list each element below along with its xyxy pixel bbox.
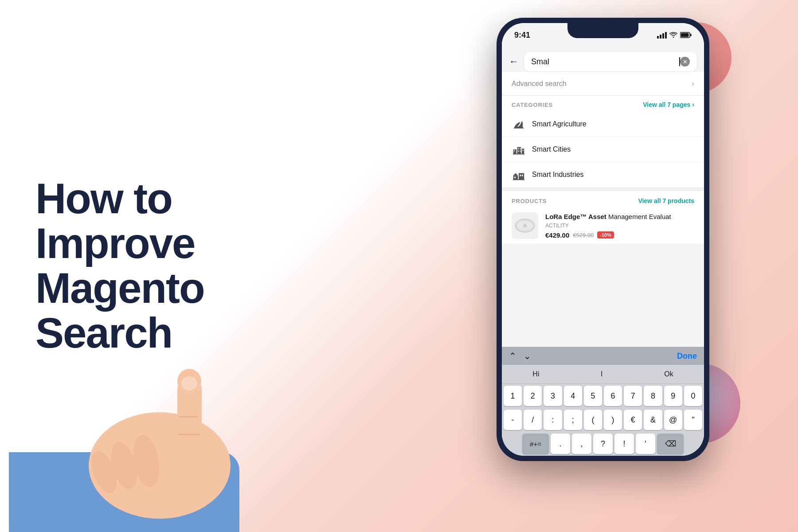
key-3[interactable]: 3 <box>544 386 562 406</box>
key-semicolon[interactable]: ; <box>564 410 582 430</box>
key-colon[interactable]: : <box>544 410 562 430</box>
key-period[interactable]: . <box>551 434 570 454</box>
svg-point-35 <box>523 224 527 227</box>
svg-rect-24 <box>520 151 521 152</box>
categories-label: CATEGORIES <box>512 102 553 108</box>
keyboard-toolbar: ⌃ ⌄ Done <box>502 347 704 365</box>
category-item-agriculture[interactable]: Smart Agriculture <box>502 112 704 137</box>
svg-rect-17 <box>513 149 516 154</box>
advanced-search-row[interactable]: Advanced search › <box>502 72 704 96</box>
product-name: LoRa Edge™ Asset Management Evaluat <box>545 212 694 221</box>
key-amp[interactable]: & <box>644 410 662 430</box>
svg-rect-22 <box>520 148 521 149</box>
svg-rect-16 <box>514 128 524 129</box>
key-comma[interactable]: , <box>572 434 591 454</box>
key-4[interactable]: 4 <box>564 386 582 406</box>
category-name-cities: Smart Cities <box>532 145 571 153</box>
svg-rect-23 <box>518 151 519 152</box>
product-item[interactable]: LoRa Edge™ Asset Management Evaluat ACTI… <box>502 208 704 243</box>
key-0[interactable]: 0 <box>684 386 702 406</box>
svg-rect-29 <box>514 176 516 178</box>
key-9[interactable]: 9 <box>664 386 682 406</box>
keyboard-nav-down[interactable]: ⌄ <box>524 351 531 361</box>
category-item-cities[interactable]: Smart Cities <box>502 137 704 162</box>
svg-rect-28 <box>519 173 524 180</box>
status-icons <box>657 32 692 39</box>
phone-screen: 9:41 <box>502 23 704 456</box>
status-time: 9:41 <box>514 31 530 40</box>
autocorrect-row: Hi I Ok <box>502 365 704 384</box>
svg-rect-30 <box>520 175 521 176</box>
svg-rect-31 <box>522 175 523 176</box>
key-exclaim[interactable]: ! <box>614 434 634 454</box>
keyboard-done-button[interactable]: Done <box>677 352 697 361</box>
back-button[interactable]: ← <box>509 56 519 67</box>
product-info: LoRa Edge™ Asset Management Evaluat ACTI… <box>545 212 694 239</box>
category-name-industries: Smart Industries <box>532 171 583 179</box>
keyboard-nav-up[interactable]: ⌃ <box>509 351 516 361</box>
product-thumbnail <box>514 217 536 235</box>
key-apostrophe[interactable]: ' <box>636 434 655 454</box>
industries-icon <box>512 168 526 182</box>
chevron-right-icon: › <box>692 79 694 88</box>
symbol-row-2: #+= . , ? ! ' ⌫ <box>502 432 704 454</box>
hand-illustration <box>9 231 310 532</box>
phone-container: 9:41 <box>497 18 709 461</box>
svg-rect-32 <box>513 180 524 180</box>
categories-header: CATEGORIES View all 7 pages › <box>502 96 704 112</box>
autocorrect-i[interactable]: I <box>592 368 611 380</box>
keyboard-nav: ⌃ ⌄ <box>509 351 531 361</box>
key-question[interactable]: ? <box>593 434 613 454</box>
svg-rect-21 <box>518 148 519 149</box>
section-separator <box>502 188 704 191</box>
wifi-icon <box>669 32 677 38</box>
phone-notch <box>567 23 638 38</box>
price-original: €529.00 <box>573 232 594 239</box>
autocorrect-hi[interactable]: Hi <box>524 368 548 380</box>
search-input[interactable]: Smal ✕ <box>524 52 697 71</box>
key-backspace[interactable]: ⌫ <box>657 434 684 454</box>
discount-badge: -10% <box>597 231 614 239</box>
key-2[interactable]: 2 <box>524 386 542 406</box>
category-item-industries[interactable]: Smart Industries <box>502 162 704 188</box>
left-section: How to Improve Magento Search <box>35 0 257 532</box>
key-8[interactable]: 8 <box>644 386 662 406</box>
key-euro[interactable]: € <box>624 410 642 430</box>
clear-button[interactable]: ✕ <box>680 57 690 66</box>
product-name-bold: LoRa Edge™ Asset <box>545 213 606 220</box>
svg-rect-15 <box>681 33 689 37</box>
products-header: PRODUCTS View all 7 products <box>502 191 704 208</box>
view-all-products-link[interactable]: View all 7 products <box>638 197 694 204</box>
products-label: PRODUCTS <box>512 198 547 204</box>
autocorrect-ok[interactable]: Ok <box>655 368 682 380</box>
key-slash[interactable]: / <box>524 410 542 430</box>
key-5[interactable]: 5 <box>584 386 602 406</box>
svg-point-11 <box>181 376 197 391</box>
battery-icon <box>680 32 692 38</box>
cities-icon <box>512 142 526 156</box>
svg-rect-14 <box>690 34 692 36</box>
svg-rect-25 <box>523 150 524 151</box>
key-open-paren[interactable]: ( <box>584 410 602 430</box>
key-at[interactable]: @ <box>664 410 682 430</box>
agriculture-icon <box>512 117 526 131</box>
symbol-row-1: - / : ; ( ) € & @ " <box>502 408 704 430</box>
number-row: 1 2 3 4 5 6 7 8 9 0 <box>502 384 704 406</box>
key-quote[interactable]: " <box>684 410 702 430</box>
svg-point-12 <box>673 37 674 38</box>
key-symbol-toggle[interactable]: #+= <box>522 434 549 454</box>
categories-section: CATEGORIES View all 7 pages › <box>502 96 704 188</box>
svg-rect-19 <box>522 149 524 154</box>
key-close-paren[interactable]: ) <box>604 410 622 430</box>
product-image <box>512 212 538 239</box>
category-name-agriculture: Smart Agriculture <box>532 120 587 128</box>
key-7[interactable]: 7 <box>624 386 642 406</box>
key-6[interactable]: 6 <box>604 386 622 406</box>
view-all-pages-link[interactable]: View all 7 pages › <box>643 101 694 108</box>
product-name-rest: Management Evaluat <box>606 213 671 220</box>
product-brand: ACTILITY <box>545 223 694 229</box>
key-1[interactable]: 1 <box>504 386 522 406</box>
svg-rect-26 <box>513 154 524 155</box>
key-dash[interactable]: - <box>504 410 522 430</box>
price-current: €429.00 <box>545 231 569 239</box>
